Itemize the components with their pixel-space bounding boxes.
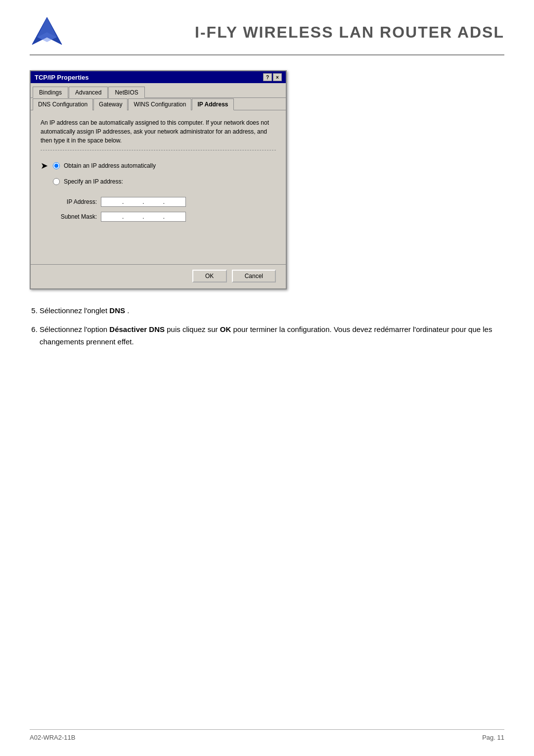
specify-section: IP Address: . . .: [52, 197, 276, 222]
footer: A02-WRA2-11B Pag. 11: [30, 729, 504, 741]
dialog-title: TCP/IP Properties: [35, 74, 89, 81]
radio-auto[interactable]: [53, 162, 60, 169]
ip-seg-2[interactable]: [124, 198, 142, 205]
tab-bindings[interactable]: Bindings: [33, 87, 68, 98]
instruction-step-5: Sélectionnez l'onglet DNS .: [40, 304, 504, 317]
subnet-seg-3[interactable]: [144, 213, 163, 220]
step6-bold1: Désactiver DNS: [109, 325, 165, 333]
ip-seg-4[interactable]: [165, 198, 183, 205]
arrow-icon: ➤: [41, 160, 48, 171]
ip-address-row: IP Address: . . .: [52, 197, 276, 207]
help-button[interactable]: ?: [263, 73, 272, 81]
tab-gateway[interactable]: Gateway: [93, 98, 128, 110]
radio-group: ➤ Obtain an IP address automatically ➤ S…: [41, 160, 276, 187]
ip-address-input[interactable]: . . .: [101, 197, 186, 207]
description-text: An IP address can be automatically assig…: [41, 118, 276, 150]
step6-bold2: OK: [220, 325, 231, 333]
product-title: I-FLY WIRELESS LAN ROUTER ADSL: [74, 23, 504, 42]
radio-specify-item: ➤ Specify an IP address:: [41, 176, 276, 187]
dialog-titlebar: TCP/IP Properties ? ×: [31, 71, 286, 83]
radio-specify[interactable]: [53, 178, 60, 185]
page-container: I-FLY WIRELESS LAN ROUTER ADSL TCP/IP Pr…: [0, 0, 534, 756]
step6-text-before: Sélectionnez l'option: [40, 325, 109, 333]
tabs-row-2: DNS Configuration Gateway WINS Configura…: [31, 98, 286, 110]
header: I-FLY WIRELESS LAN ROUTER ADSL: [30, 15, 504, 55]
ok-button[interactable]: OK: [192, 270, 227, 283]
dialog-area: TCP/IP Properties ? × Bindings Advanced …: [30, 70, 504, 289]
step5-text-before: Sélectionnez l'onglet: [40, 306, 109, 315]
tabs-row-1: Bindings Advanced NetBIOS: [31, 83, 286, 98]
radio-auto-label: Obtain an IP address automatically: [64, 162, 156, 169]
dialog-body: Bindings Advanced NetBIOS DNS Configurat…: [31, 83, 286, 288]
arrow-icon-placeholder: ➤: [41, 176, 48, 187]
subnet-seg-2[interactable]: [124, 213, 142, 220]
tab-dns-configuration[interactable]: DNS Configuration: [33, 98, 93, 110]
footer-model: A02-WRA2-11B: [30, 734, 75, 741]
radio-auto-item: ➤ Obtain an IP address automatically: [41, 160, 276, 171]
step5-bold: DNS: [109, 306, 125, 315]
subnet-mask-input[interactable]: . . .: [101, 212, 186, 222]
logo: [30, 15, 64, 49]
dialog-content: An IP address can be automatically assig…: [31, 110, 286, 264]
instructions: Sélectionnez l'onglet DNS . Sélectionnez…: [30, 304, 504, 348]
ip-address-label: IP Address:: [52, 198, 97, 205]
spacer: [41, 227, 276, 256]
subnet-mask-row: Subnet Mask: . . .: [52, 212, 276, 222]
subnet-seg-1[interactable]: [103, 213, 122, 220]
cancel-button[interactable]: Cancel: [232, 270, 276, 283]
tab-wins-configuration[interactable]: WINS Configuration: [128, 98, 191, 110]
tab-ip-address[interactable]: IP Address: [192, 98, 233, 110]
footer-page: Pag. 11: [482, 734, 504, 741]
titlebar-controls: ? ×: [263, 73, 282, 81]
dialog-buttons: OK Cancel: [31, 264, 286, 288]
instruction-step-6: Sélectionnez l'option Désactiver DNS pui…: [40, 323, 504, 348]
close-button[interactable]: ×: [273, 73, 282, 81]
tab-netbios[interactable]: NetBIOS: [108, 87, 144, 98]
ip-seg-3[interactable]: [144, 198, 163, 205]
subnet-mask-label: Subnet Mask:: [52, 213, 97, 220]
tab-advanced[interactable]: Advanced: [69, 87, 108, 98]
subnet-seg-4[interactable]: [165, 213, 183, 220]
radio-specify-label: Specify an IP address:: [64, 178, 123, 185]
ip-seg-1[interactable]: [103, 198, 122, 205]
step5-text-after: .: [127, 306, 129, 315]
step6-text-middle: puis cliquez sur: [167, 325, 220, 333]
dialog-window: TCP/IP Properties ? × Bindings Advanced …: [30, 70, 287, 289]
